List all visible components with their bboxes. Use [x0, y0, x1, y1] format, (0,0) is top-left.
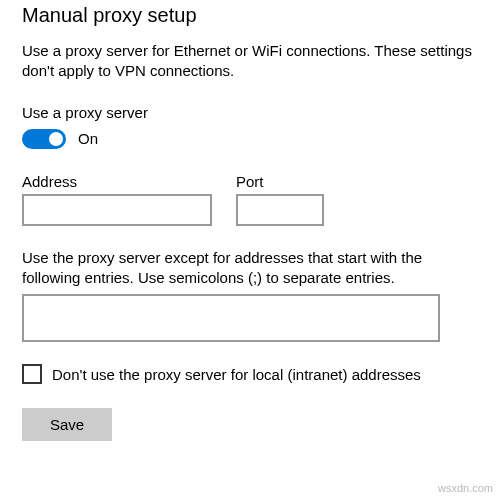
local-bypass-label: Don't use the proxy server for local (in…: [52, 366, 421, 383]
use-proxy-state: On: [78, 130, 98, 147]
exceptions-input[interactable]: [22, 294, 440, 342]
page-title: Manual proxy setup: [22, 4, 481, 27]
use-proxy-toggle-section: Use a proxy server On: [22, 104, 481, 149]
address-field-group: Address: [22, 173, 212, 226]
toggle-knob-icon: [49, 132, 63, 146]
watermark-text: wsxdn.com: [438, 482, 493, 494]
use-proxy-label: Use a proxy server: [22, 104, 481, 121]
proxy-description: Use a proxy server for Ethernet or WiFi …: [22, 41, 481, 82]
port-field-group: Port: [236, 173, 324, 226]
port-label: Port: [236, 173, 324, 190]
local-bypass-row: Don't use the proxy server for local (in…: [22, 364, 481, 384]
address-input[interactable]: [22, 194, 212, 226]
save-button[interactable]: Save: [22, 408, 112, 441]
local-bypass-checkbox[interactable]: [22, 364, 42, 384]
port-input[interactable]: [236, 194, 324, 226]
use-proxy-toggle-row: On: [22, 129, 481, 149]
exceptions-description: Use the proxy server except for addresse…: [22, 248, 481, 289]
proxy-settings-panel: Manual proxy setup Use a proxy server fo…: [0, 0, 503, 441]
address-label: Address: [22, 173, 212, 190]
proxy-fields-row: Address Port: [22, 173, 481, 226]
use-proxy-toggle[interactable]: [22, 129, 66, 149]
